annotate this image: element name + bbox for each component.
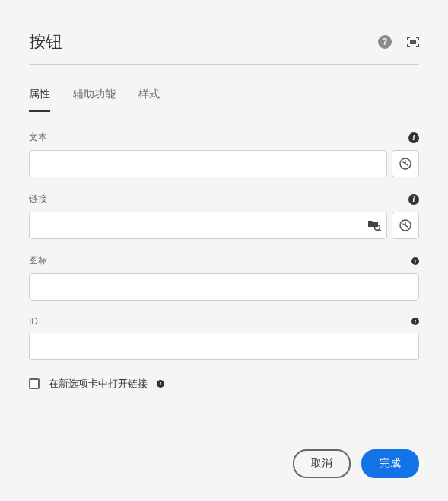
form-section: 文本 i 链接 i (29, 131, 419, 391)
icon-label: 图标 (29, 254, 47, 267)
svg-rect-8 (410, 40, 416, 44)
text-input[interactable] (29, 150, 387, 177)
id-input[interactable] (29, 333, 419, 360)
button-dialog: 按钮 ? 属性 辅助功能 样式 (0, 0, 448, 501)
open-new-tab-row: 在新选项卡中打开链接 i (29, 377, 419, 391)
id-label: ID (29, 316, 38, 327)
svg-rect-3 (418, 37, 419, 40)
cancel-button[interactable]: 取消 (293, 449, 351, 478)
dialog-footer: 取消 完成 (293, 449, 419, 478)
svg-rect-7 (418, 44, 419, 47)
browse-icon[interactable] (367, 219, 381, 232)
tab-properties[interactable]: 属性 (29, 78, 50, 112)
tab-styles[interactable]: 样式 (138, 78, 160, 112)
svg-rect-1 (407, 37, 408, 40)
field-link: 链接 i (29, 193, 419, 239)
tab-list: 属性 辅助功能 样式 (29, 78, 419, 113)
suggest-button[interactable] (392, 150, 419, 177)
fullscreen-icon[interactable] (407, 36, 419, 48)
info-icon[interactable]: i (157, 380, 164, 388)
text-label: 文本 (29, 131, 47, 144)
svg-rect-5 (407, 44, 408, 47)
info-icon[interactable]: i (411, 318, 419, 325)
suggest-button[interactable] (392, 212, 419, 239)
header-actions: ? (378, 35, 419, 49)
link-input[interactable] (29, 212, 387, 239)
dialog-header: 按钮 ? (29, 30, 419, 65)
field-icon: 图标 i (29, 254, 419, 301)
svg-line-11 (380, 230, 381, 231)
link-label: 链接 (29, 193, 47, 206)
dialog-title: 按钮 (29, 30, 62, 53)
done-button[interactable]: 完成 (361, 449, 419, 478)
help-icon[interactable]: ? (378, 35, 392, 49)
open-new-tab-checkbox[interactable] (29, 378, 40, 389)
info-icon[interactable]: i (408, 132, 419, 143)
info-icon[interactable]: i (411, 257, 419, 265)
open-new-tab-label: 在新选项卡中打开链接 (49, 377, 148, 391)
info-icon[interactable]: i (408, 194, 419, 205)
field-text: 文本 i (29, 131, 419, 177)
tab-accessibility[interactable]: 辅助功能 (73, 78, 116, 112)
icon-input[interactable] (29, 273, 419, 301)
field-id: ID i (29, 316, 419, 360)
